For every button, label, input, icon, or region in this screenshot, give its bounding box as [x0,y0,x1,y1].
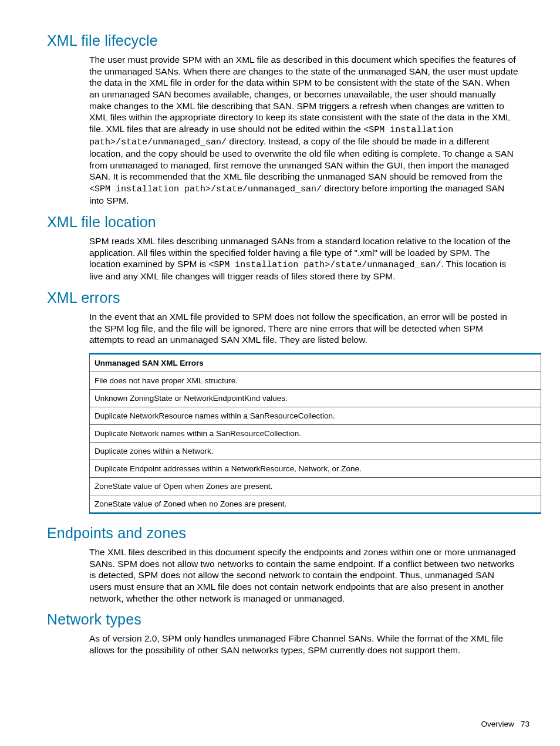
heading-xml-location: XML file location [47,214,531,231]
table-row: File does not have proper XML structure. [90,372,541,389]
table-row: ZoneState value of Zoned when no Zones a… [90,495,541,513]
table-cell: Unknown ZoningState or NetworkEndpointKi… [90,389,541,407]
errors-table: Unmanaged SAN XML Errors File does not h… [89,353,541,514]
page-number: 73 [521,720,529,728]
paragraph-endpoints: The XML files described in this document… [89,546,519,604]
table-cell: File does not have proper XML structure. [90,372,541,389]
heading-xml-lifecycle: XML file lifecycle [47,32,531,49]
heading-endpoints-zones: Endpoints and zones [47,525,531,542]
table-cell: ZoneState value of Zoned when no Zones a… [90,495,541,513]
text: The user must provide SPM with an XML fi… [89,55,518,134]
table-cell: Duplicate NetworkResource names within a… [90,407,541,424]
paragraph-network: As of version 2.0, SPM only handles unma… [89,633,519,656]
table-cell: Duplicate Endpoint addresses within a Ne… [90,460,541,477]
table-row: Duplicate NetworkResource names within a… [90,407,541,424]
table-row: ZoneState value of Open when Zones are p… [90,477,541,495]
code-path: <SPM installation path>/state/unmanaged_… [208,260,441,270]
table-row: Duplicate zones within a Network. [90,442,541,460]
table-cell: Duplicate Network names within a SanReso… [90,424,541,442]
paragraph-lifecycle: The user must provide SPM with an XML fi… [89,54,519,207]
paragraph-errors: In the event that an XML file provided t… [89,311,519,346]
code-path: <SPM installation path>/state/unmanaged_… [89,184,322,194]
table-row: Duplicate Network names within a SanReso… [90,424,541,442]
heading-network-types: Network types [47,611,531,628]
page-footer: Overview 73 [481,720,529,728]
table-header: Unmanaged SAN XML Errors [90,353,541,372]
table-row: Unknown ZoningState or NetworkEndpointKi… [90,389,541,407]
footer-section-label: Overview [481,720,514,728]
table-row: Duplicate Endpoint addresses within a Ne… [90,460,541,477]
paragraph-location: SPM reads XML files describing unmanaged… [89,235,519,282]
heading-xml-errors: XML errors [47,289,531,306]
table-cell: ZoneState value of Open when Zones are p… [90,477,541,495]
table-cell: Duplicate zones within a Network. [90,442,541,460]
